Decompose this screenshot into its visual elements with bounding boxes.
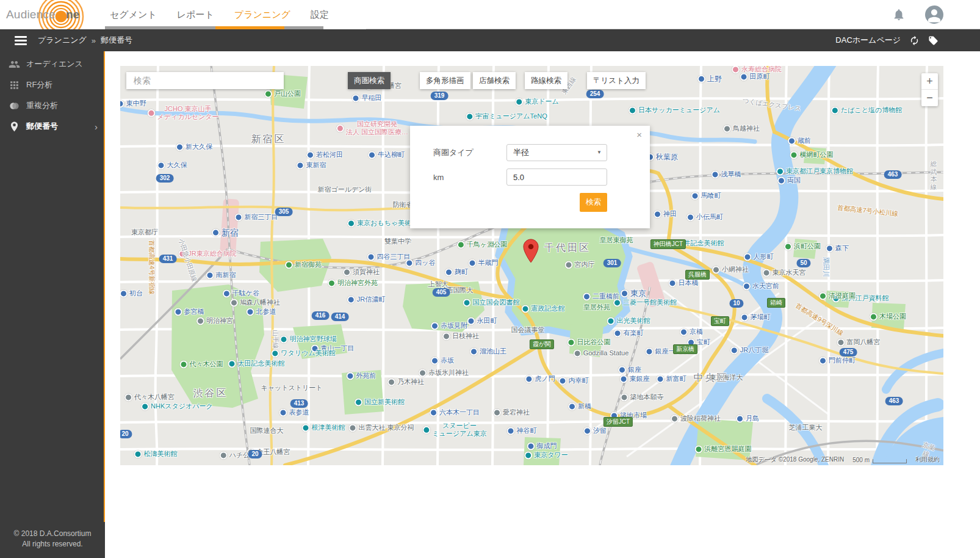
sidebar: オーディエンスRF分析重複分析郵便番号› © 2018 D.A.Consorti…	[0, 51, 105, 558]
map-mode-button-路線検索[interactable]: 路線検索	[525, 72, 567, 89]
map-search-input[interactable]	[126, 72, 284, 89]
tab-設定[interactable]: 設定	[311, 0, 329, 29]
zoom-out-button[interactable]: −	[921, 90, 938, 106]
overlap-icon	[9, 100, 20, 112]
header-divider	[366, 29, 980, 29]
copyright-line2: All rights reserved.	[0, 539, 105, 549]
brand-logo[interactable]: Audience ne	[0, 0, 105, 29]
trade-area-type-label: 商圏タイプ	[433, 147, 506, 158]
map-data-credit: 地図データ ©2018 Google, ZENRIN	[746, 455, 845, 464]
chevron-right-icon: ›	[95, 121, 98, 132]
map-scale-label: 500 m	[852, 457, 870, 463]
terms-link[interactable]: 利用規約	[915, 455, 940, 464]
sidebar-item-オーディエンス[interactable]: オーディエンス	[0, 54, 105, 74]
radius-km-label: km	[433, 173, 506, 182]
sidebar-item-重複分析[interactable]: 重複分析	[0, 95, 105, 116]
breadcrumb-item[interactable]: 郵便番号	[101, 35, 132, 46]
map-attribution: 地図データ ©2018 Google, ZENRIN 500 m 利用規約	[746, 455, 940, 464]
map-mode-button-〒リスト入力[interactable]: 〒リスト入力	[587, 72, 646, 89]
sidebar-item-郵便番号[interactable]: 郵便番号›	[0, 116, 105, 137]
zoom-in-button[interactable]: +	[921, 73, 938, 90]
pin-icon	[9, 121, 20, 132]
sidebar-item-label: RF分析	[26, 79, 52, 90]
map-zoom-control: + −	[921, 73, 938, 106]
chevron-down-icon: ▼	[597, 145, 602, 161]
breadcrumb-right: DACホームページ	[835, 35, 980, 46]
sidebar-item-label: 重複分析	[26, 100, 58, 111]
breadcrumb-bar: プランニング»郵便番号 DACホームページ	[0, 29, 980, 51]
trade-area-type-select[interactable]: 半径 ▼	[506, 144, 607, 161]
active-tab-indicator	[215, 26, 284, 29]
close-icon[interactable]: ×	[636, 129, 642, 140]
map-mode-button-店舗検索[interactable]: 店舗検索	[473, 72, 516, 89]
content-area: 新宿区千代田区中央区渋谷区東中野新大久保大久保東新宿若松河田牛込柳町早稲田神楽坂…	[105, 51, 980, 558]
header-right	[892, 0, 980, 29]
top-header: Audience ne セグメントレポートプランニング設定	[0, 0, 980, 29]
brand-text-suffix: ne	[66, 8, 79, 21]
tab-プランニング[interactable]: プランニング	[234, 0, 290, 29]
sidebar-footer: © 2018 D.A.Consortium All rights reserve…	[0, 529, 105, 549]
sidebar-item-label: オーディエンス	[26, 59, 83, 70]
sidebar-menu: オーディエンスRF分析重複分析郵便番号›	[0, 51, 105, 137]
map-scale: 500 m	[852, 457, 907, 463]
person-icon	[925, 5, 943, 24]
notifications-bell-icon[interactable]	[892, 8, 906, 21]
sidebar-item-RF分析[interactable]: RF分析	[0, 74, 105, 95]
tab-セグメント[interactable]: セグメント	[110, 0, 157, 29]
radius-km-input[interactable]	[506, 168, 607, 186]
nav-tabs: セグメントレポートプランニング設定	[110, 0, 349, 29]
trade-area-dialog: × 商圏タイプ 半径 ▼ km 検索	[410, 126, 650, 228]
breadcrumb-separator: »	[92, 36, 96, 45]
refresh-icon[interactable]	[909, 35, 920, 46]
users-icon	[9, 59, 20, 70]
hamburger-menu-icon[interactable]	[15, 34, 27, 47]
tab-レポート[interactable]: レポート	[177, 0, 214, 29]
breadcrumb-item[interactable]: プランニング	[38, 35, 87, 46]
map-mode-button-商圏検索[interactable]: 商圏検索	[348, 72, 391, 89]
brand-text-prefix: Audience	[6, 8, 56, 21]
grid-icon	[9, 79, 20, 91]
tab-underline-track	[105, 26, 323, 29]
trade-area-type-value: 半径	[513, 148, 529, 157]
tag-icon[interactable]	[928, 35, 939, 46]
map-scale-bar-icon	[873, 459, 907, 463]
copyright-line1: © 2018 D.A.Consortium	[0, 529, 105, 539]
dac-homepage-link[interactable]: DACホームページ	[835, 35, 901, 46]
dialog-search-button[interactable]: 検索	[580, 193, 607, 212]
map-mode-button-多角形描画[interactable]: 多角形描画	[420, 72, 470, 89]
sidebar-item-label: 郵便番号	[26, 121, 58, 132]
map-marker-icon[interactable]	[523, 239, 539, 263]
user-avatar[interactable]	[925, 5, 943, 24]
breadcrumb: プランニング»郵便番号	[38, 35, 132, 46]
map-canvas[interactable]: 新宿区千代田区中央区渋谷区東中野新大久保大久保東新宿若松河田牛込柳町早稲田神楽坂…	[120, 66, 943, 465]
